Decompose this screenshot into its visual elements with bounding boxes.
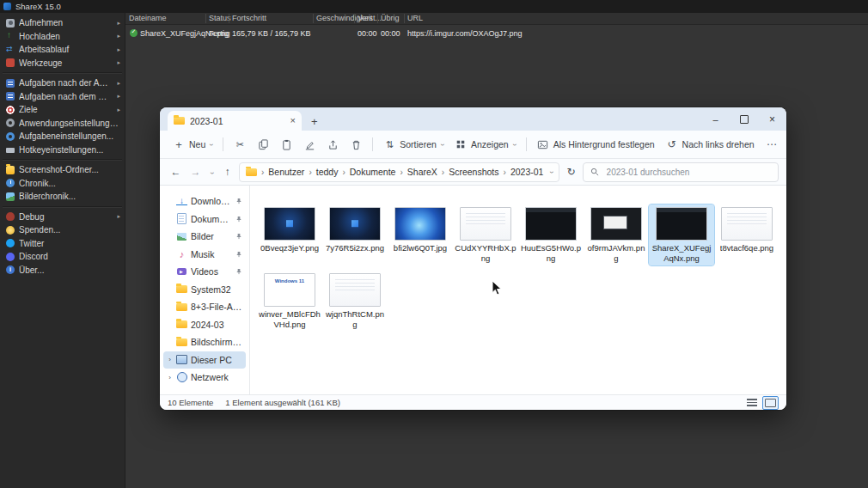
details-view-button[interactable]: [747, 399, 757, 406]
maximize-button[interactable]: [730, 107, 758, 131]
menu-item-hotkeyeinstellungen[interactable]: Hotkeyeinstellungen...: [0, 143, 125, 157]
column-url[interactable]: URL: [407, 14, 423, 22]
pin-icon[interactable]: [235, 233, 242, 240]
menu-item-chronik[interactable]: Chronik...: [0, 177, 125, 191]
file-item[interactable]: bfi2lw6Q0T.jpg: [388, 204, 453, 265]
file-item[interactable]: Windows 11winver_MBlcFDhVHd.png: [257, 271, 322, 332]
pin-icon[interactable]: [235, 198, 242, 204]
breadcrumb-segment[interactable]: Dokumente: [350, 167, 396, 177]
column-uebrig[interactable]: Übrig: [381, 14, 400, 22]
menu-item-anwendungseinstellungen[interactable]: Anwendungseinstellungen...: [0, 117, 125, 131]
expand-chevron-icon[interactable]: [167, 356, 173, 363]
search-input[interactable]: [605, 167, 772, 178]
sidebar-item-8-3-file-analyz[interactable]: 8+3-File-Analyz: [163, 298, 246, 316]
menu-item-hochladen[interactable]: Hochladen: [0, 30, 125, 44]
file-item[interactable]: wjqnThRtCM.png: [322, 271, 388, 332]
sidebar-item-dieser-pc[interactable]: Dieser PC: [163, 351, 246, 369]
file-item[interactable]: 0Bveqz3jeY.png: [257, 204, 322, 265]
file-thumbnail: Windows 11: [264, 273, 315, 307]
menu-item-screenshot-ordner[interactable]: Screenshot-Ordner...: [0, 163, 125, 177]
column-dateiname[interactable]: Dateiname: [129, 14, 167, 22]
new-button[interactable]: Neu: [168, 134, 217, 155]
submenu-arrow-icon: [114, 80, 120, 87]
breadcrumb-segment[interactable]: Benutzer: [268, 167, 304, 177]
file-name: t8vtacf6qe.png: [720, 243, 773, 253]
menu-item-bilderchronik[interactable]: Bilderchronik...: [0, 190, 125, 204]
after-capture-tasks-icon: [6, 79, 15, 88]
file-item[interactable]: HuuEsG5HWo.png: [518, 204, 584, 265]
file-list-area[interactable]: 0Bveqz3jeY.png 7y76R5i2zx.png bfi2lw6Q0T…: [250, 186, 786, 394]
menu-item-arbeitsablauf[interactable]: Arbeitsablauf: [0, 43, 125, 57]
cut-button[interactable]: [229, 134, 251, 155]
breadcrumb-segment[interactable]: ShareX: [407, 167, 437, 177]
tools-icon: [6, 58, 15, 67]
tab-close-icon[interactable]: [290, 116, 296, 125]
upload-row[interactable]: ShareX_XUFegjAqNx.png Fertig 165,79 KB /…: [125, 28, 868, 40]
column-fortschritt[interactable]: Fortschritt: [232, 14, 266, 22]
grid-view-icon: [455, 138, 467, 150]
search-box[interactable]: [583, 162, 779, 182]
file-item[interactable]: of9rmJAVkm.png: [584, 204, 649, 265]
menu-item-twitter[interactable]: Twitter: [0, 237, 125, 251]
file-item[interactable]: CUdXYYRHbX.png: [453, 204, 518, 265]
refresh-button[interactable]: [563, 166, 579, 178]
more-options-button[interactable]: [761, 134, 783, 155]
twitter-icon: [6, 239, 15, 247]
explorer-window: 2023-01 Neu Sortieren Anzei: [160, 107, 786, 410]
new-tab-button[interactable]: [311, 116, 318, 127]
sidebar-item-bildschirmfotos[interactable]: Bildschirmfotos: [163, 333, 246, 351]
sidebar-item-musik[interactable]: Musik: [163, 246, 246, 264]
sidebar-item-videos[interactable]: Videos: [163, 263, 246, 281]
pin-icon[interactable]: [235, 216, 242, 223]
menu-item-aufnehmen[interactable]: Aufnehmen: [0, 16, 125, 30]
forward-button[interactable]: [187, 166, 204, 178]
menu-item-aufgabeneinstellungen[interactable]: Aufgabeneinstellungen...: [0, 130, 125, 143]
file-item-selected[interactable]: ShareX_XUFegjAqNx.png: [649, 204, 714, 265]
menu-item-debug[interactable]: Debug: [0, 210, 125, 224]
sidebar-item-2024-03[interactable]: 2024-03: [163, 316, 246, 334]
menu-item-ueber[interactable]: Über...: [0, 264, 125, 278]
set-wallpaper-button[interactable]: Als Hintergrund festlegen: [532, 134, 660, 155]
menu-item-discord[interactable]: Discord: [0, 250, 125, 264]
breadcrumb-segment[interactable]: teddy: [316, 167, 339, 177]
history-icon: [6, 179, 15, 187]
sidebar-item-netzwerk[interactable]: Netzwerk: [163, 369, 246, 387]
recent-locations-icon[interactable]: [208, 172, 216, 174]
copy-button[interactable]: [252, 134, 274, 155]
share-button[interactable]: [321, 134, 344, 155]
column-status[interactable]: Status: [209, 14, 231, 22]
menu-item-ziele[interactable]: Ziele: [0, 103, 125, 117]
menu-item-werkzeuge[interactable]: Werkzeuge: [0, 57, 125, 70]
rename-button[interactable]: [298, 134, 321, 155]
delete-button[interactable]: [345, 134, 367, 155]
sharex-titlebar: ShareX 15.0: [0, 0, 868, 13]
plus-icon: [173, 138, 185, 150]
sidebar-item-bilder[interactable]: Bilder: [163, 228, 246, 246]
sort-button[interactable]: Sortieren: [378, 134, 449, 155]
rotate-left-button[interactable]: Nach links drehen: [661, 134, 760, 155]
menu-item-aufgaben-nach-dem-upload[interactable]: Aufgaben nach dem Upload: [0, 90, 125, 104]
back-button[interactable]: [168, 166, 184, 178]
expand-chevron-icon[interactable]: [167, 374, 173, 381]
close-button[interactable]: [758, 107, 786, 131]
breadcrumb-segment[interactable]: Screenshots: [449, 167, 498, 177]
column-separator: [229, 14, 229, 23]
file-item[interactable]: t8vtacf6qe.png: [714, 204, 779, 265]
address-dropdown-icon[interactable]: [547, 171, 555, 174]
view-button[interactable]: Anzeigen: [449, 134, 521, 155]
breadcrumb-segment[interactable]: 2023-01: [510, 167, 544, 177]
menu-item-spenden[interactable]: Spenden...: [0, 223, 125, 237]
icons-view-button[interactable]: [762, 396, 779, 410]
minimize-button[interactable]: [701, 107, 730, 131]
tab-2023-01[interactable]: 2023-01: [168, 111, 302, 131]
paste-button[interactable]: [275, 134, 297, 155]
sidebar-item-dokumente[interactable]: Dokumente: [163, 210, 246, 229]
file-item[interactable]: 7y76R5i2zx.png: [322, 204, 388, 265]
pin-icon[interactable]: [235, 268, 242, 275]
pin-icon[interactable]: [235, 251, 242, 258]
up-button[interactable]: [219, 166, 235, 178]
menu-item-aufgaben-nach-der-aufnahme[interactable]: Aufgaben nach der Aufnahme: [0, 76, 125, 90]
sidebar-item-downloads[interactable]: Downloads: [163, 192, 246, 210]
sidebar-item-system32[interactable]: System32: [163, 281, 246, 299]
breadcrumb[interactable]: Benutzer teddy Dokumente ShareX Screensh…: [239, 162, 559, 182]
